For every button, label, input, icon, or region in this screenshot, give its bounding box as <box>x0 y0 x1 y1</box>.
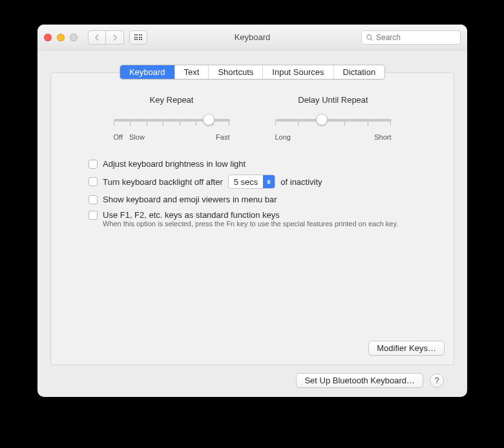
minimize-icon[interactable] <box>57 34 65 41</box>
key-repeat-slider[interactable] <box>114 114 230 127</box>
option-fn-label: Use F1, F2, etc. keys as standard functi… <box>103 210 280 220</box>
option-backlight-post: of inactivity <box>280 177 322 187</box>
key-repeat-label: Key Repeat <box>114 95 230 105</box>
option-emoji-label: Show keyboard and emoji viewers in menu … <box>103 195 277 204</box>
option-backlight[interactable]: Turn keyboard backlight off after 5 secs… <box>89 175 421 189</box>
search-input[interactable] <box>376 33 456 42</box>
option-fn-keys[interactable]: Use F1, F2, etc. keys as standard functi… <box>89 210 421 220</box>
forward-button[interactable] <box>106 30 124 45</box>
traffic-lights <box>44 34 78 41</box>
sliders-row: Key Repeat Off Slow Fast Delay Until Rep… <box>83 95 421 141</box>
delay-slider[interactable] <box>275 114 392 127</box>
bluetooth-keyboard-button[interactable]: Set Up Bluetooth Keyboard… <box>296 373 423 388</box>
tabs: Keyboard Text Shortcuts Input Sources Di… <box>50 65 454 80</box>
checkbox-backlight[interactable] <box>89 177 98 186</box>
tab-dictation[interactable]: Dictation <box>333 65 385 79</box>
tab-shortcuts[interactable]: Shortcuts <box>208 65 262 79</box>
delay-group: Delay Until Repeat Long Short <box>275 95 392 141</box>
back-button[interactable] <box>88 30 106 45</box>
checkbox-emoji[interactable] <box>89 195 98 204</box>
close-icon[interactable] <box>44 34 52 41</box>
tab-bar: Keyboard Text Shortcuts Input Sources Di… <box>120 65 385 80</box>
help-button[interactable]: ? <box>430 374 444 388</box>
footer: Set Up Bluetooth Keyboard… ? <box>50 365 454 388</box>
delay-long-label: Long <box>275 133 291 141</box>
nav-buttons <box>88 30 124 45</box>
option-backlight-pre: Turn keyboard backlight off after <box>103 177 223 187</box>
key-repeat-slow-label: Slow <box>129 133 145 141</box>
keyboard-panel: Key Repeat Off Slow Fast Delay Until Rep… <box>50 72 454 365</box>
fn-hint: When this option is selected, press the … <box>103 220 421 228</box>
svg-line-1 <box>371 38 373 40</box>
option-emoji-viewer[interactable]: Show keyboard and emoji viewers in menu … <box>89 195 421 204</box>
option-brightness[interactable]: Adjust keyboard brightness in low light <box>89 159 421 169</box>
search-icon <box>366 34 373 41</box>
options-list: Adjust keyboard brightness in low light … <box>89 159 421 228</box>
preferences-window: Keyboard Keyboard Text Shortcuts Input S… <box>37 25 467 397</box>
delay-label: Delay Until Repeat <box>275 95 392 105</box>
backlight-timeout-value: 5 secs <box>229 177 264 187</box>
key-repeat-group: Key Repeat Off Slow Fast <box>114 95 230 141</box>
option-brightness-label: Adjust keyboard brightness in low light <box>103 159 246 169</box>
tab-keyboard[interactable]: Keyboard <box>120 65 174 79</box>
key-repeat-fast-label: Fast <box>216 133 229 141</box>
zoom-icon <box>70 34 78 41</box>
window-body: Keyboard Text Shortcuts Input Sources Di… <box>37 50 467 397</box>
titlebar: Keyboard <box>37 25 467 50</box>
delay-knob[interactable] <box>316 114 328 125</box>
delay-short-label: Short <box>374 133 391 141</box>
backlight-timeout-select[interactable]: 5 secs <box>228 175 276 189</box>
checkbox-brightness[interactable] <box>89 160 98 169</box>
checkbox-fn[interactable] <box>89 211 98 220</box>
grid-icon <box>134 34 143 40</box>
select-stepper-icon <box>263 175 275 188</box>
key-repeat-knob[interactable] <box>203 114 215 125</box>
tab-text[interactable]: Text <box>174 65 209 79</box>
tab-input-sources[interactable]: Input Sources <box>262 65 333 79</box>
search-field[interactable] <box>361 30 461 45</box>
show-all-button[interactable] <box>129 30 147 45</box>
modifier-keys-button[interactable]: Modifier Keys… <box>368 341 445 356</box>
key-repeat-off-label: Off <box>114 133 123 141</box>
